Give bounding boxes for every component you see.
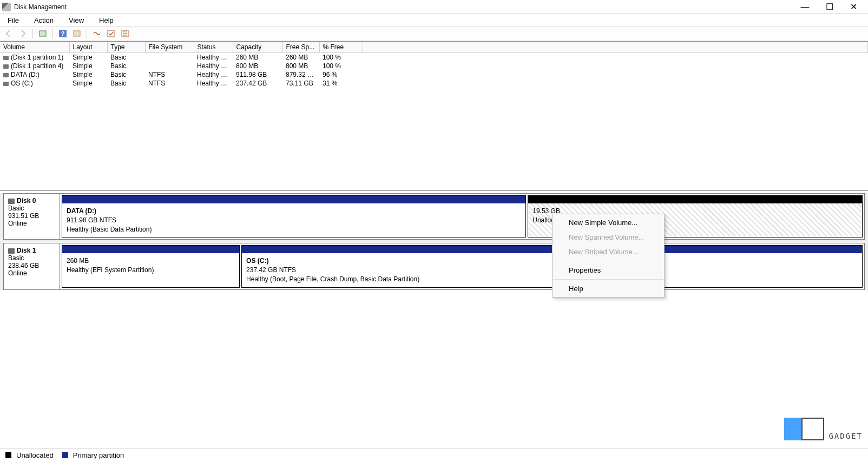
- ctx-new-spanned-volume: New Spanned Volume...: [553, 230, 664, 245]
- menu-view[interactable]: View: [65, 15, 87, 25]
- partition-header-bar: [528, 196, 862, 203]
- partition-size: 260 MB: [67, 256, 235, 266]
- ctx-help[interactable]: Help: [553, 281, 664, 296]
- volume-icon: [3, 82, 9, 86]
- cell-type: Basic: [107, 62, 145, 70]
- cell-pctfree: 100 %: [319, 62, 363, 70]
- action-icon[interactable]: [91, 28, 102, 39]
- col-status[interactable]: Status: [194, 42, 233, 53]
- titlebar: Disk Management — ☐ ✕: [0, 0, 868, 14]
- volume-table: Volume Layout Type File System Status Ca…: [0, 41, 868, 191]
- check-icon[interactable]: [106, 28, 116, 39]
- disk-row: Disk 1Basic238.46 GBOnline260 MBHealthy …: [3, 243, 865, 289]
- cell-layout: Simple: [69, 70, 107, 79]
- menu-file[interactable]: File: [4, 15, 22, 25]
- partition-primary[interactable]: 260 MBHealthy (EFI System Partition): [62, 245, 240, 287]
- partition-status: Healthy (EFI System Partition): [67, 266, 235, 275]
- cell-pctfree: 96 %: [319, 70, 363, 79]
- help-icon[interactable]: ?: [57, 28, 68, 39]
- partition-status: Healthy (Basic Data Partition): [67, 225, 521, 234]
- table-row[interactable]: (Disk 1 partition 4)SimpleBasicHealthy (…: [0, 62, 868, 70]
- legend-unallocated: Unallocated: [16, 451, 54, 459]
- cell-status: Healthy (R...: [194, 62, 233, 70]
- disk-name: Disk 1: [17, 247, 36, 254]
- disk-size: 238.46 GB: [8, 262, 55, 269]
- disk-row: Disk 0Basic931.51 GBOnlineDATA (D:)911.9…: [3, 193, 865, 240]
- table-header-row: Volume Layout Type File System Status Ca…: [0, 42, 868, 53]
- refresh-icon[interactable]: [37, 28, 48, 39]
- cell-status: Healthy (B...: [194, 70, 233, 79]
- toolbar: ?: [0, 26, 868, 41]
- col-type[interactable]: Type: [107, 42, 145, 53]
- svg-text:?: ?: [61, 30, 65, 37]
- partition-body: DATA (D:)911.98 GB NTFSHealthy (Basic Da…: [62, 203, 525, 237]
- cell-status: Healthy (E...: [194, 53, 233, 62]
- disk-status: Online: [8, 220, 55, 227]
- cell-volume: OS (C:): [11, 80, 33, 87]
- cell-capacity: 260 MB: [233, 53, 282, 62]
- cell-pctfree: 100 %: [319, 53, 363, 62]
- ctx-separator: [553, 261, 663, 261]
- ctx-new-simple-volume[interactable]: New Simple Volume...: [553, 215, 664, 230]
- back-button[interactable]: [3, 28, 14, 39]
- close-button[interactable]: ✕: [841, 0, 866, 14]
- cell-free: 879.32 GB: [282, 70, 319, 79]
- legend-swatch-unallocated: [5, 452, 11, 458]
- col-freespace[interactable]: Free Sp...: [282, 42, 319, 53]
- svg-rect-3: [74, 31, 80, 36]
- app-icon: [2, 3, 11, 11]
- window-title: Disk Management: [14, 3, 67, 11]
- col-capacity[interactable]: Capacity: [233, 42, 282, 53]
- cell-free: 800 MB: [282, 62, 319, 70]
- menu-action[interactable]: Action: [31, 15, 57, 25]
- col-layout[interactable]: Layout: [69, 42, 107, 53]
- partition-body: 260 MBHealthy (EFI System Partition): [62, 253, 239, 287]
- partition-header-bar: [62, 246, 239, 253]
- cell-type: Basic: [107, 79, 145, 88]
- volume-icon: [3, 56, 9, 60]
- svg-rect-4: [108, 30, 114, 37]
- disk-graphical-view: Disk 0Basic931.51 GBOnlineDATA (D:)911.9…: [0, 193, 868, 290]
- partition-primary[interactable]: DATA (D:)911.98 GB NTFSHealthy (Basic Da…: [62, 195, 526, 237]
- settings-icon[interactable]: [71, 28, 82, 39]
- cell-filesystem: NTFS: [145, 79, 194, 88]
- ctx-separator: [553, 279, 663, 280]
- cell-filesystem: NTFS: [145, 70, 194, 79]
- cell-volume: (Disk 1 partition 1): [11, 54, 63, 61]
- menu-help[interactable]: Help: [96, 15, 117, 25]
- cell-status: Healthy (B...: [194, 79, 233, 88]
- col-volume[interactable]: Volume: [0, 42, 69, 53]
- disk-type: Basic: [8, 254, 55, 262]
- list-icon[interactable]: [120, 28, 130, 39]
- disk-type: Basic: [8, 204, 55, 212]
- minimize-button[interactable]: —: [793, 0, 817, 14]
- disk-label[interactable]: Disk 0Basic931.51 GBOnline: [4, 194, 60, 239]
- cell-capacity: 911.98 GB: [233, 70, 282, 79]
- table-row[interactable]: (Disk 1 partition 1)SimpleBasicHealthy (…: [0, 53, 868, 62]
- maximize-button[interactable]: ☐: [817, 0, 841, 14]
- cell-filesystem: [145, 53, 194, 62]
- cell-filesystem: [145, 62, 194, 70]
- ctx-new-striped-volume: New Striped Volume...: [553, 245, 664, 259]
- context-menu: New Simple Volume... New Spanned Volume.…: [552, 214, 665, 298]
- disk-name: Disk 0: [17, 197, 36, 204]
- cell-layout: Simple: [69, 62, 107, 70]
- table-row[interactable]: OS (C:)SimpleBasicNTFSHealthy (B...237.4…: [0, 79, 868, 88]
- disk-icon: [8, 248, 15, 254]
- table-row[interactable]: DATA (D:)SimpleBasicNTFSHealthy (B...911…: [0, 70, 868, 79]
- cell-free: 73.11 GB: [282, 79, 319, 88]
- col-pctfree[interactable]: % Free: [319, 42, 363, 53]
- window-controls: — ☐ ✕: [793, 0, 866, 14]
- cell-volume: DATA (D:): [11, 71, 40, 78]
- ctx-properties[interactable]: Properties: [553, 263, 664, 278]
- cell-type: Basic: [107, 70, 145, 79]
- cell-pctfree: 31 %: [319, 79, 363, 88]
- legend: Unallocated Primary partition: [0, 448, 868, 462]
- forward-button[interactable]: [17, 28, 28, 39]
- col-filesystem[interactable]: File System: [145, 42, 194, 53]
- disk-icon: [8, 199, 15, 204]
- cell-layout: Simple: [69, 79, 107, 88]
- disk-label[interactable]: Disk 1Basic238.46 GBOnline: [4, 243, 60, 289]
- cell-type: Basic: [107, 53, 145, 62]
- cell-capacity: 800 MB: [233, 62, 282, 70]
